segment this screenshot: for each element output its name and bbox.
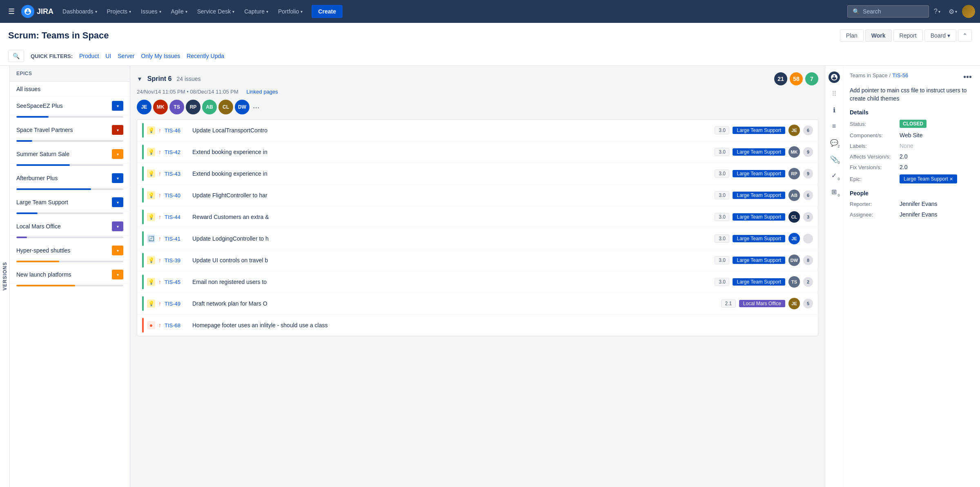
breadcrumb-issue-link[interactable]: TIS-56 (892, 72, 908, 78)
help-button[interactable]: ? ▾ (931, 4, 944, 18)
nav-logo[interactable]: JIRA (21, 5, 53, 18)
chevron-down-icon: ▾ (95, 9, 97, 14)
epic-dropdown-btn[interactable]: ▾ (112, 125, 123, 135)
detail-icon-more[interactable]: ⊞ 0 (828, 185, 841, 198)
detail-field-reporter: Reporter: Jennifer Evans (850, 201, 973, 207)
issue-key[interactable]: TIS-46 (165, 127, 189, 134)
issue-epic-tag[interactable]: Large Team Support (733, 148, 785, 156)
collapse-btn[interactable]: ⌃ (958, 29, 972, 42)
epic-summer-saturn[interactable]: Summer Saturn Sale ▾ (10, 145, 130, 163)
issue-points: 3.0 (715, 278, 729, 286)
nav-agile[interactable]: Agile ▾ (167, 5, 192, 18)
sprint-chevron-icon[interactable]: ▼ (137, 76, 143, 82)
create-button[interactable]: Create (312, 5, 343, 18)
issue-key[interactable]: TIS-42 (165, 149, 189, 155)
issue-key[interactable]: TIS-68 (165, 322, 189, 328)
priority-icon: ↑ (158, 127, 161, 134)
filter-server[interactable]: Server (118, 53, 134, 59)
search-box[interactable]: 🔍 (847, 5, 929, 18)
issue-row[interactable]: 💡 ↑ TIS-44 Reward Customers an extra & 3… (137, 206, 818, 228)
issue-epic-tag[interactable]: Large Team Support (733, 213, 785, 221)
nav-projects[interactable]: Projects ▾ (103, 5, 136, 18)
issue-epic-tag[interactable]: Large Team Support (733, 192, 785, 199)
versions-tab[interactable]: VERSIONS (0, 66, 10, 487)
more-avatars-btn[interactable]: ··· (253, 103, 260, 112)
epic-tag[interactable]: Large Team Support × (900, 174, 957, 183)
filter-recently-updated[interactable]: Recently Upda (187, 53, 224, 59)
issue-epic-tag[interactable]: Large Team Support (733, 278, 785, 286)
issue-key[interactable]: TIS-49 (165, 301, 189, 307)
issue-row[interactable]: ● ↑ TIS-68 Homepage footer uses an inlit… (137, 315, 818, 336)
epic-local-mars[interactable]: Local Mars Office ▾ (10, 217, 130, 236)
sprint-avatar[interactable]: RP (186, 100, 200, 114)
detail-icon-attachments[interactable]: 📎 0 (828, 152, 841, 165)
epic-dropdown-btn[interactable]: ▾ (112, 270, 123, 279)
user-avatar[interactable] (962, 5, 975, 18)
epic-large-team[interactable]: Large Team Support ▾ (10, 193, 130, 212)
nav-service-desk[interactable]: Service Desk ▾ (193, 5, 238, 18)
plan-view-btn[interactable]: Plan (840, 29, 864, 42)
sprint-avatar[interactable]: AB (202, 100, 217, 114)
issue-epic-tag[interactable]: Large Team Support (733, 127, 785, 134)
sprint-avatar[interactable]: CL (218, 100, 233, 114)
issue-key[interactable]: TIS-41 (165, 236, 189, 242)
epic-all-issues[interactable]: All issues (10, 82, 130, 97)
detail-more-button[interactable]: ••• (962, 72, 973, 82)
sprint-avatar[interactable]: TS (169, 100, 184, 114)
detail-icon-comments[interactable]: 💬 2 (828, 136, 841, 149)
issue-row[interactable]: 💡 ↑ TIS-39 Update UI controls on travel … (137, 250, 818, 271)
nav-dashboards[interactable]: Dashboards ▾ (58, 5, 101, 18)
quick-filter-search[interactable]: 🔍 (8, 50, 24, 62)
epic-dropdown-btn[interactable]: ▾ (112, 197, 123, 207)
detail-icon-description[interactable]: ≡ (828, 120, 841, 133)
issue-key[interactable]: TIS-39 (165, 257, 189, 264)
epic-dropdown-btn[interactable]: ▾ (112, 246, 123, 255)
report-view-btn[interactable]: Report (893, 29, 923, 42)
detail-icon-drag[interactable]: ⠿ (828, 87, 841, 100)
issue-key[interactable]: TIS-45 (165, 279, 189, 285)
issue-key[interactable]: TIS-40 (165, 192, 189, 199)
filter-only-my-issues[interactable]: Only My Issues (141, 53, 180, 59)
issue-row[interactable]: 💡 ↑ TIS-43 Extend booking experience in … (137, 163, 818, 185)
epic-hyper-speed[interactable]: Hyper-speed shuttles ▾ (10, 241, 130, 260)
issue-epic-tag[interactable]: Local Mars Office (739, 300, 785, 307)
work-view-btn[interactable]: Work (865, 29, 892, 42)
sprint-avatar[interactable]: MK (153, 100, 168, 114)
issue-epic-tag[interactable]: Large Team Support (733, 257, 785, 264)
settings-button[interactable]: ⚙ ▾ (945, 4, 960, 19)
filter-ui[interactable]: UI (105, 53, 111, 59)
issue-row[interactable]: 💡 ↑ TIS-46 Update LocalTransportContro 3… (137, 120, 818, 141)
sprint-avatar[interactable]: DW (235, 100, 249, 114)
search-input[interactable] (863, 8, 924, 15)
issue-row[interactable]: 💡 ↑ TIS-42 Extend booking experience in … (137, 141, 818, 163)
epic-dropdown-btn[interactable]: ▾ (112, 101, 123, 111)
hamburger-menu[interactable]: ☰ (5, 4, 18, 19)
linked-pages-link[interactable]: Linked pages (246, 89, 278, 95)
issue-row[interactable]: 💡 ↑ TIS-49 Draft network plan for Mars O… (137, 293, 818, 315)
nav-issues[interactable]: Issues ▾ (137, 5, 165, 18)
issue-row[interactable]: 💡 ↑ TIS-45 Email non registered users to… (137, 271, 818, 293)
nav-portfolio[interactable]: Portfolio ▾ (274, 5, 307, 18)
epic-tag-close[interactable]: × (950, 176, 953, 182)
detail-icon-info[interactable]: ℹ (828, 103, 841, 116)
epic-seespaceez[interactable]: SeeSpaceEZ Plus ▾ (10, 97, 130, 115)
issue-key[interactable]: TIS-43 (165, 171, 189, 177)
detail-icon-project[interactable] (828, 71, 841, 84)
epic-dropdown-btn[interactable]: ▾ (112, 173, 123, 183)
detail-icon-checklist[interactable]: ✓ 0 (828, 169, 841, 182)
epic-afterburner[interactable]: Afterburner Plus ▾ (10, 169, 130, 188)
issue-row[interactable]: 🔄 ↑ TIS-41 Update LodgingController to h… (137, 228, 818, 250)
epic-new-launch[interactable]: New launch platforms ▾ (10, 266, 130, 284)
issue-key[interactable]: TIS-44 (165, 214, 189, 220)
epic-dropdown-btn[interactable]: ▾ (112, 149, 123, 159)
issue-epic-tag[interactable]: Large Team Support (733, 235, 785, 242)
filter-product[interactable]: Product (79, 53, 99, 59)
nav-capture[interactable]: Capture ▾ (240, 5, 272, 18)
sprint-avatar[interactable]: JE (137, 100, 151, 114)
issue-summary: Update UI controls on travel b (192, 257, 711, 264)
issue-row[interactable]: 💡 ↑ TIS-40 Update FlightController to ha… (137, 185, 818, 206)
epic-space-travel[interactable]: Space Travel Partners ▾ (10, 121, 130, 139)
issue-epic-tag[interactable]: Large Team Support (733, 170, 785, 177)
epic-dropdown-btn[interactable]: ▾ (112, 221, 123, 231)
board-view-btn[interactable]: Board ▾ (924, 29, 956, 42)
